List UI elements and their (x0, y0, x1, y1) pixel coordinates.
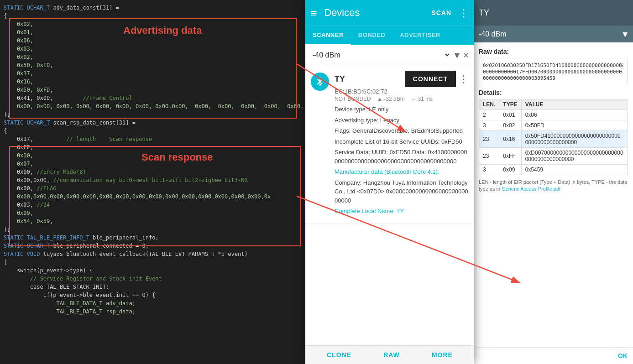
table-row: 30x020x50FD (479, 120, 628, 131)
cell-len: 3 (479, 120, 499, 131)
cell-len: 23 (479, 131, 499, 148)
tab-advertiser[interactable]: ADVERTISER (392, 26, 448, 45)
raw-filter-arrow-icon[interactable]: ▼ (623, 29, 628, 39)
cell-value: 0x50FD (521, 120, 627, 131)
details-table: LEN. TYPE VALUE 20x010x0630x020x50FD230x… (479, 99, 628, 175)
cell-type: 0x16 (499, 131, 521, 148)
code-line: TAL_BLE_DATA_T adv_data; (0, 299, 306, 307)
device-more-icon[interactable]: ⋮ (459, 73, 469, 85)
code-line: STATIC UCHAR_T adv_data_const[31] = (0, 4, 306, 12)
col-type: TYPE (499, 99, 521, 110)
raw-data-value: 0x020106030250FD171650FD4100000000000000… (483, 62, 622, 81)
code-line: 0x09, (0, 209, 306, 217)
table-row: 230xFF0xD0070000000000000000000000000000… (479, 148, 628, 165)
ok-button[interactable]: OK (618, 352, 628, 359)
cell-value: 0x50FD4100000000000000000000000000000000… (521, 131, 627, 148)
code-line: 0x16, (0, 78, 306, 86)
code-editor: STATIC UCHAR_T adv_data_const[31] ={ 0x0… (0, 0, 306, 364)
cell-type: 0x01 (499, 110, 521, 120)
code-line: { (0, 12, 306, 20)
code-line: { (0, 127, 306, 135)
col-len: LEN. (479, 99, 499, 110)
bluetooth-icon (311, 73, 329, 91)
manufacturer-link[interactable]: Manufacturer data (Bluetooth Core 4.1): (335, 168, 439, 175)
code-line: }; (0, 110, 306, 119)
code-line: STATIC UCHAR_T ble_peripheral_connected … (0, 242, 306, 250)
raw-data-title: Raw data: (479, 48, 628, 55)
code-line: 0x00,0x00,0x00,0x00,0x00,0x00,0x00,0x00,… (0, 192, 306, 201)
details-title: Details: (479, 89, 628, 96)
scan-button[interactable]: SCAN (431, 9, 451, 16)
app-title: Devices (324, 7, 360, 19)
code-line: 0x17, (0, 69, 306, 78)
code-line: STATIC VOID tuyaos_bluetooth_event_callb… (0, 250, 306, 258)
code-line: }; (0, 225, 306, 234)
cell-value: 0x5459 (521, 165, 627, 175)
code-line: 0x17, // length Scan response (0, 135, 306, 143)
filter-close-icon[interactable]: ✕ (463, 49, 469, 60)
app-header: ≡ Devices SCAN ⋮ (305, 0, 474, 26)
code-line: STATIC TAL_BLE_PEER_INFO_T ble_periphera… (0, 234, 306, 242)
filter-select[interactable]: -40 dBm -60 dBm -80 dBm (311, 51, 451, 59)
tab-scanner[interactable]: SCANNER (305, 26, 351, 45)
local-name: Complete Local Name: TY (335, 207, 469, 216)
more-button[interactable]: MORE (432, 351, 453, 359)
app-panel: ≡ Devices SCAN ⋮ SCANNER BONDED ADVERTIS… (305, 0, 474, 364)
raw-button[interactable]: RAW (383, 351, 400, 359)
code-line: // Service Register and Stack init Event (0, 275, 306, 283)
hamburger-icon[interactable]: ≡ (311, 7, 317, 19)
col-value: VALUE (521, 99, 627, 110)
incomplete-list: Incomplete List of 16-bit Service UUIDs:… (335, 137, 469, 146)
code-line: 0x00, //FLAG (0, 184, 306, 192)
details-footnote: LEN - length of EIR packet (Type + Data)… (479, 179, 628, 193)
connect-button[interactable]: CONNECT (405, 71, 456, 87)
tab-bonded[interactable]: BONDED (351, 26, 392, 45)
cell-len: 2 (479, 110, 499, 120)
code-line: 0x00, 0x00, 0x00, 0x00, 0x00, 0x00, 0x00… (0, 102, 306, 110)
local-name-link[interactable]: Complete Local Name: TY (335, 208, 404, 214)
raw-content: Raw data: 0x020106030250FD171650FD410000… (473, 42, 633, 347)
device-item: TY CONNECT ⋮ EC:1B:BD:6C:02:72 NOT BONDE… (305, 65, 474, 224)
raw-panel: TY -40 dBm ▼ Raw data: 0x020106030250FD1… (473, 0, 633, 364)
code-line: 0x54, 0x59, (0, 217, 306, 225)
app-tabs: SCANNER BONDED ADVERTISER (305, 26, 474, 45)
code-line: 0x02, (0, 53, 306, 61)
service-data: Service Data: UUID: 0xFD50 Data: 0x41000… (335, 148, 469, 166)
code-line: { (0, 258, 306, 266)
raw-header: TY (473, 0, 633, 26)
code-line: 0x00,0x00, //communication way bit0-mesh… (0, 176, 306, 184)
copy-icon[interactable]: ⎘ (620, 61, 624, 70)
device-details: Device type: LE only Advertising type: L… (335, 102, 469, 216)
advertising-type: Advertising type: Legacy (335, 116, 469, 125)
code-line: 0x50, 0xFD, (0, 86, 306, 94)
adv-data-label: Advertising data (123, 23, 202, 38)
raw-device-name: TY (479, 8, 489, 18)
table-row: 30x090x5459 (479, 165, 628, 175)
header-dots-icon[interactable]: ⋮ (459, 7, 469, 19)
clone-button[interactable]: CLONE (327, 351, 351, 359)
device-actions: CLONE RAW MORE (305, 345, 474, 364)
code-line: switch(p_event->type) { (0, 266, 306, 275)
raw-filter-value: -40 dBm (479, 30, 506, 38)
code-line: STATIC UCHAR_T scan_rsp_data_const[31] = (0, 119, 306, 127)
footnote-link[interactable]: Generic Access Profile.pdf (502, 186, 560, 192)
device-type: Device type: LE only (335, 105, 469, 114)
code-line: 0x03, //24 (0, 201, 306, 209)
code-line: 0x41, 0x00, //Frame Control (0, 94, 306, 102)
device-status: NOT BONDED ▲ -32 dBm ↔ 31 ms (335, 96, 469, 102)
code-line: 0x00, //Encry Mode(8) (0, 168, 306, 176)
raw-filter: -40 dBm ▼ (473, 26, 633, 42)
cell-len: 3 (479, 165, 499, 175)
raw-data-box: 0x020106030250FD171650FD4100000000000000… (479, 58, 628, 85)
cell-value: 0xD0070000000000000000000000000000000000… (521, 148, 627, 165)
device-name: TY (335, 74, 345, 84)
code-line: 0x50, 0xFD, (0, 61, 306, 69)
filter-arrow-icon: ▼ (455, 50, 460, 60)
cell-type: 0x09 (499, 165, 521, 175)
code-line: case TAL_BLE_STACK_INIT: (0, 283, 306, 291)
company-detail: Company: Hangzhou Tuya Information Techn… (335, 178, 469, 205)
flags-detail: Flags: GeneralDiscoverable, BrEdrNotSupp… (335, 126, 469, 135)
code-line: if(p_event->ble_event.init == 0) { (0, 291, 306, 299)
code-line: 0x03, (0, 45, 306, 53)
raw-footer: OK (473, 347, 633, 364)
